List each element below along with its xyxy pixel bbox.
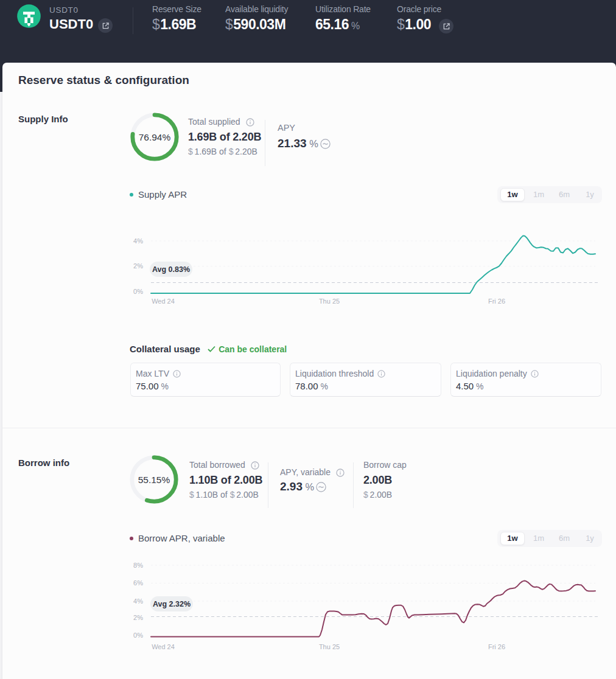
- svg-text:76.94%: 76.94%: [139, 132, 171, 142]
- svg-text:2%: 2%: [133, 614, 143, 621]
- svg-text:Thu 25: Thu 25: [319, 298, 340, 305]
- svg-text:Avg 0.83%: Avg 0.83%: [152, 265, 190, 274]
- svg-text:2%: 2%: [133, 262, 143, 270]
- svg-text:6%: 6%: [133, 579, 143, 587]
- svg-text:Wed 24: Wed 24: [152, 643, 175, 650]
- svg-text:Wed 24: Wed 24: [152, 298, 175, 305]
- svg-text:Fri 26: Fri 26: [488, 298, 505, 305]
- svg-text:8%: 8%: [133, 562, 143, 569]
- svg-text:Fri 26: Fri 26: [488, 643, 505, 650]
- svg-text:0%: 0%: [133, 632, 143, 639]
- svg-text:0%: 0%: [133, 288, 143, 295]
- svg-text:55.15%: 55.15%: [138, 475, 170, 485]
- svg-text:4%: 4%: [133, 597, 143, 605]
- svg-text:4%: 4%: [133, 237, 143, 245]
- svg-text:Thu 25: Thu 25: [319, 643, 340, 650]
- svg-text:Avg 2.32%: Avg 2.32%: [153, 600, 191, 608]
